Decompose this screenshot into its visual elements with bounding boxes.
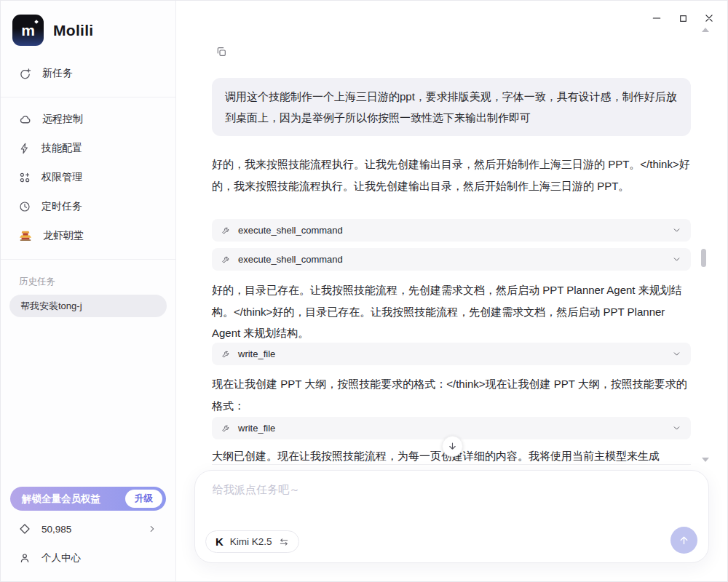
chevron-down-icon[interactable] xyxy=(672,349,681,359)
wrench-icon xyxy=(221,349,231,359)
sidebar: m Molili 新任务 远程控制 技能配置 xyxy=(1,1,176,581)
tool-call-name: write_file xyxy=(238,348,275,359)
grid-plus-icon xyxy=(19,172,31,183)
new-task-button[interactable]: 新任务 xyxy=(1,59,175,88)
app-logo-row: m Molili xyxy=(1,1,175,53)
sidebar-item-label: 权限管理 xyxy=(41,171,82,184)
maximize-button[interactable] xyxy=(675,10,691,26)
profile-label: 个人中心 xyxy=(41,551,81,565)
tool-call-execute-shell-command[interactable]: execute_shell_command xyxy=(212,248,691,271)
assistant-message: 现在让我创建 PPT 大纲，按照技能要求的格式：</think>现在让我创建 P… xyxy=(212,373,691,416)
tool-call-name: execute_shell_command xyxy=(238,225,343,236)
sparkle-icon xyxy=(34,20,39,24)
app-title: Molili xyxy=(53,22,93,39)
window-controls xyxy=(649,10,717,26)
credits-value: 50,985 xyxy=(41,524,71,535)
user-message: 调用这个技能制作一个上海三日游的ppt，要求排版美观，字体一致，具有设计感，制作… xyxy=(212,78,691,136)
new-task-label: 新任务 xyxy=(42,67,73,80)
sidebar-item-lobster-court[interactable]: 龙虾朝堂 xyxy=(1,221,175,250)
upgrade-banner[interactable]: 解锁全量会员权益 升级 xyxy=(10,487,166,511)
tool-call-execute-shell-command[interactable]: execute_shell_command xyxy=(212,219,691,242)
upgrade-button[interactable]: 升级 xyxy=(125,490,162,508)
sidebar-item-label: 定时任务 xyxy=(41,200,82,213)
close-button[interactable] xyxy=(701,10,717,26)
scrollbar-down-arrow[interactable] xyxy=(702,458,709,462)
copy-icon[interactable] xyxy=(215,46,227,57)
tool-call-name: write_file xyxy=(238,423,275,434)
model-selector[interactable]: K Kimi K2.5 xyxy=(205,530,299,553)
model-name: Kimi K2.5 xyxy=(230,536,272,547)
new-task-refresh-icon xyxy=(19,68,31,80)
clock-icon xyxy=(19,201,31,212)
chat-area: 调用这个技能制作一个上海三日游的ppt，要求排版美观，字体一致，具有设计感，制作… xyxy=(177,1,727,581)
upgrade-text: 解锁全量会员权益 xyxy=(22,493,100,506)
sidebar-item-label: 远程控制 xyxy=(42,113,83,126)
divider xyxy=(1,259,175,260)
sidebar-item-label: 技能配置 xyxy=(41,142,82,155)
sidebar-item-remote-control[interactable]: 远程控制 xyxy=(1,105,175,134)
swap-model-icon xyxy=(279,537,289,547)
history-item-label: 帮我安装tong-j xyxy=(20,300,82,313)
cloud-icon xyxy=(19,113,31,126)
tool-call-write-file[interactable]: write_file xyxy=(212,343,691,365)
scroll-to-bottom-button[interactable] xyxy=(442,436,463,457)
app-logo: m xyxy=(12,15,44,46)
person-icon xyxy=(19,552,31,564)
diamond-icon xyxy=(19,523,31,535)
sidebar-bottom: 解锁全量会员权益 升级 50,985 个人中心 xyxy=(1,487,175,573)
sidebar-item-skill-config[interactable]: 技能配置 xyxy=(1,134,175,163)
assistant-message: 好的，目录已存在。让我按照技能流程，先创建需求文档，然后启动 PPT Plann… xyxy=(212,279,691,344)
sidebar-item-permissions[interactable]: 权限管理 xyxy=(1,163,175,192)
minimize-button[interactable] xyxy=(649,10,665,26)
assistant-message: 好的，我来按照技能流程执行。让我先创建输出目录，然后开始制作上海三日游的 PPT… xyxy=(212,154,691,196)
sidebar-item-label: 龙虾朝堂 xyxy=(43,229,84,242)
palace-icon xyxy=(19,230,32,242)
scrollbar-up-arrow[interactable] xyxy=(702,28,709,32)
credits-row[interactable]: 50,985 xyxy=(10,514,166,543)
kimi-logo: K xyxy=(215,535,223,548)
tool-call-name: execute_shell_command xyxy=(238,254,343,265)
history-item[interactable]: 帮我安装tong-j xyxy=(9,295,167,317)
chevron-down-icon[interactable] xyxy=(672,226,681,235)
wrench-icon xyxy=(221,226,231,235)
divider xyxy=(1,97,175,97)
profile-button[interactable]: 个人中心 xyxy=(10,543,166,573)
divider xyxy=(212,464,691,465)
sidebar-item-scheduled-tasks[interactable]: 定时任务 xyxy=(1,192,175,221)
task-input[interactable] xyxy=(213,483,664,523)
history-section-label: 历史任务 xyxy=(1,267,175,295)
wrench-icon xyxy=(221,255,231,264)
user-message-text: 调用这个技能制作一个上海三日游的ppt，要求排版美观，字体一致，具有设计感，制作… xyxy=(225,90,677,124)
scrollbar-thumb[interactable] xyxy=(701,249,706,267)
chevron-down-icon[interactable] xyxy=(672,255,681,264)
chevron-right-icon xyxy=(147,524,157,534)
chevron-down-icon[interactable] xyxy=(672,423,681,433)
app-logo-letter: m xyxy=(21,22,35,39)
wrench-icon xyxy=(221,423,231,433)
lightning-icon xyxy=(19,143,31,154)
send-button[interactable] xyxy=(670,527,697,554)
composer: K Kimi K2.5 xyxy=(194,470,709,563)
